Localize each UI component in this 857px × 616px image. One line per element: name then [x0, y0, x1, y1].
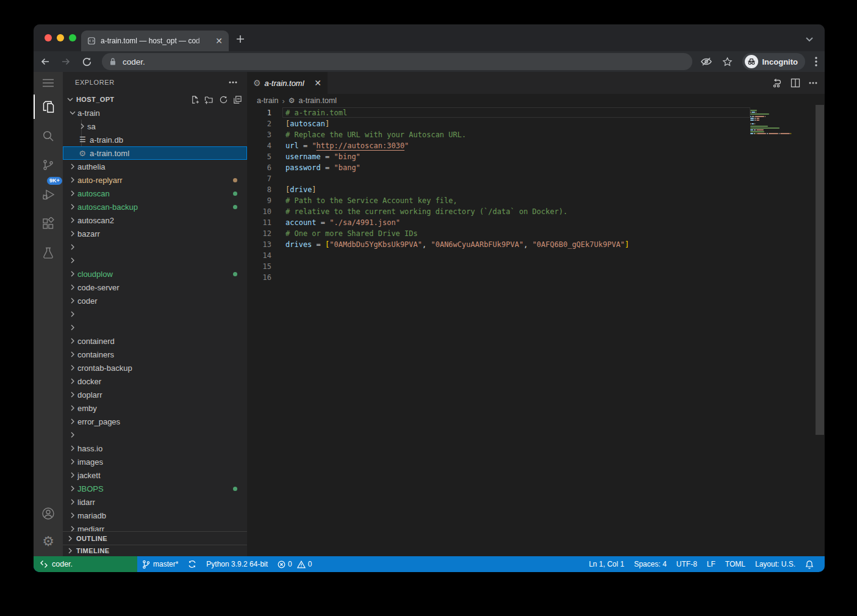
tree-item-a-train.toml[interactable]: ⚙a-train.toml: [63, 146, 247, 160]
code-line: 11account = "./sa/4991.json": [247, 217, 825, 228]
chevron-right-icon: [68, 392, 77, 398]
explorer-more-actions-icon[interactable]: [229, 81, 237, 84]
source-control-icon[interactable]: [34, 153, 63, 177]
tree-item-bazarr[interactable]: bazarr: [63, 227, 247, 240]
tab-search-chevron-icon[interactable]: [805, 37, 814, 43]
tree-item-docker[interactable]: docker: [63, 374, 247, 388]
editor-tab-a-train-toml[interactable]: ⚙ a-train.toml ✕: [247, 72, 328, 94]
git-status-dot: [233, 192, 237, 196]
notifications-bell[interactable]: [800, 556, 819, 572]
tree-item-auto-replyarr[interactable]: auto-replyarr: [63, 173, 247, 187]
tree-item-mediarr[interactable]: mediarr: [63, 522, 247, 531]
python-interpreter-item[interactable]: Python 3.9.2 64-bit: [201, 556, 273, 572]
tree-item-containerd[interactable]: containerd: [63, 334, 247, 348]
bookmark-star-icon[interactable]: [722, 57, 733, 67]
toml-gear-icon: ⚙: [253, 78, 261, 88]
incognito-badge[interactable]: Incognito: [742, 53, 806, 70]
tree-item[interactable]: [63, 240, 247, 254]
minimize-window-button[interactable]: [57, 34, 64, 41]
tree-item[interactable]: [63, 307, 247, 321]
tree-item-coder[interactable]: coder: [63, 294, 247, 307]
timeline-section[interactable]: TIMELINE: [63, 545, 247, 556]
editor-tab-close-icon[interactable]: ✕: [314, 78, 321, 88]
git-branch-item[interactable]: master*: [137, 556, 183, 572]
git-status-dot: [233, 205, 237, 209]
address-bar[interactable]: coder.: [102, 53, 692, 70]
browser-menu-icon[interactable]: [815, 57, 817, 66]
breadcrumb-folder[interactable]: a-train: [257, 96, 278, 105]
cursor-position-item[interactable]: Ln 1, Col 1: [584, 556, 629, 572]
settings-gear-icon[interactable]: ⚙: [34, 529, 63, 554]
sync-button[interactable]: [183, 556, 201, 572]
tree-item-cloudplow[interactable]: cloudplow: [63, 267, 247, 281]
outline-section[interactable]: OUTLINE: [63, 531, 247, 545]
tree-item-label: error_pages: [77, 417, 247, 426]
extensions-icon[interactable]: [34, 212, 63, 236]
chevron-right-icon: [68, 338, 77, 344]
refresh-icon[interactable]: [219, 95, 228, 104]
run-debug-icon[interactable]: [34, 182, 63, 207]
sync-icon: [188, 560, 196, 568]
browser-tab[interactable]: a-train.toml — host_opt — cod ✕: [81, 30, 229, 51]
tree-item-autoscan[interactable]: autoscan: [63, 187, 247, 200]
tree-item-JBOPS[interactable]: JBOPS: [63, 482, 247, 495]
tree-item-error_pages[interactable]: error_pages: [63, 415, 247, 428]
eye-off-icon[interactable]: [700, 57, 712, 66]
new-tab-button[interactable]: [236, 35, 245, 43]
tree-item-autoscan2[interactable]: autoscan2: [63, 213, 247, 227]
tree-item-autoscan-backup[interactable]: autoscan-backup: [63, 200, 247, 213]
account-icon[interactable]: [34, 501, 63, 526]
problems-item[interactable]: 0 0: [273, 556, 317, 572]
chevron-right-icon: [68, 418, 77, 424]
tree-item-lidarr[interactable]: lidarr: [63, 495, 247, 509]
search-icon[interactable]: [34, 124, 63, 148]
tree-item-crontab-backup[interactable]: crontab-backup: [63, 361, 247, 374]
editor-scrollbar[interactable]: [816, 105, 824, 435]
reload-button[interactable]: [77, 53, 96, 70]
new-folder-icon[interactable]: [204, 95, 214, 104]
open-changes-icon[interactable]: [772, 78, 782, 88]
incognito-label: Incognito: [762, 57, 798, 66]
workspace-section-header[interactable]: HOST_OPT: [63, 93, 247, 106]
tree-item-emby[interactable]: emby: [63, 401, 247, 415]
eol-item[interactable]: LF: [702, 556, 720, 572]
back-button[interactable]: [36, 53, 54, 70]
encoding-item[interactable]: UTF-8: [672, 556, 702, 572]
tree-item-label: auto-replyarr: [77, 176, 247, 185]
language-mode-item[interactable]: TOML: [720, 556, 750, 572]
tree-item-hass.io[interactable]: hass.io: [63, 442, 247, 455]
tree-item-images[interactable]: images: [63, 455, 247, 468]
keyboard-layout-item[interactable]: Layout: U.S.: [750, 556, 800, 572]
tree-item-mariadb[interactable]: mariadb: [63, 509, 247, 522]
tree-item[interactable]: [63, 321, 247, 334]
indentation-item[interactable]: Spaces: 4: [629, 556, 671, 572]
code-line: 8[drive]: [247, 184, 825, 195]
chevron-right-icon: [68, 445, 77, 451]
tree-item[interactable]: [63, 428, 247, 442]
tree-item[interactable]: [63, 254, 247, 267]
collapse-all-icon[interactable]: [233, 95, 242, 104]
tree-item-sa[interactable]: sa: [63, 120, 247, 133]
tree-item-doplarr[interactable]: doplarr: [63, 388, 247, 401]
tree-item-jackett[interactable]: jackett: [63, 468, 247, 482]
explorer-icon[interactable]: [34, 95, 63, 119]
testing-icon[interactable]: [34, 241, 63, 265]
tree-item-authelia[interactable]: authelia: [63, 160, 247, 173]
tab-close-icon[interactable]: ✕: [215, 37, 223, 45]
breadcrumb-file[interactable]: a-train.toml: [299, 96, 337, 105]
fullscreen-window-button[interactable]: [69, 34, 76, 41]
menu-icon[interactable]: [34, 71, 63, 95]
tree-item-a-train.db[interactable]: ☰a-train.db: [63, 133, 247, 146]
editor-more-actions-icon[interactable]: [809, 82, 817, 84]
toolbar-right: Incognito: [700, 53, 818, 70]
split-editor-icon[interactable]: [791, 78, 800, 88]
tree-item-containers[interactable]: containers: [63, 348, 247, 361]
remote-indicator[interactable]: coder.: [34, 556, 137, 572]
close-window-button[interactable]: [45, 34, 52, 41]
tree-item-a-train[interactable]: a-train: [63, 106, 247, 120]
code-editor[interactable]: 1# a-train.toml2[autoscan]3# Replace the…: [247, 107, 825, 556]
minimap[interactable]: [750, 110, 799, 141]
tree-item-code-server[interactable]: code-server: [63, 281, 247, 294]
new-file-icon[interactable]: [190, 95, 199, 104]
forward-button[interactable]: [57, 53, 75, 70]
